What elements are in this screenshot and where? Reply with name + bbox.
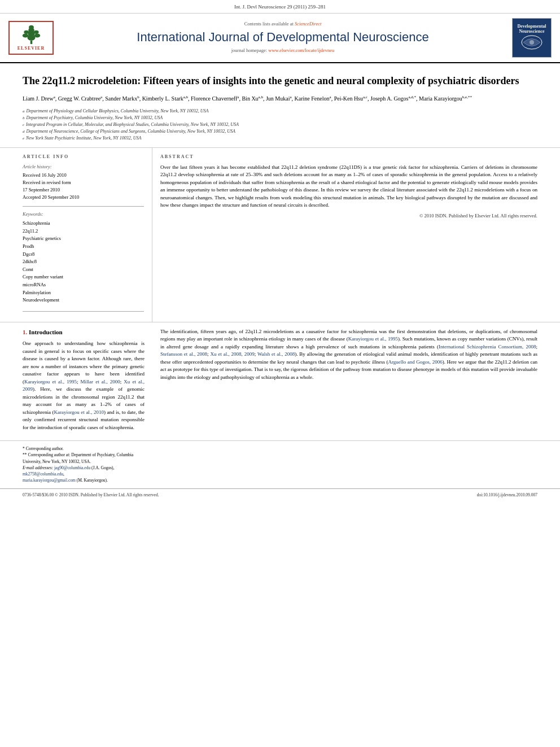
keyword-22q11: 22q11.2 [23,228,144,235]
email-mk[interactable]: mk2758@columbia.edu [23,471,63,477]
footnote-star-1: * Corresponding author. [23,445,145,452]
article-title-section: The 22q11.2 microdeletion: Fifteen years… [0,63,560,148]
footnotes-left: * Corresponding author. ** Corresponding… [0,445,152,488]
ref-stefansson-2008[interactable]: Stefansson et al., 2008 [160,351,207,357]
svg-point-7 [24,30,29,33]
svg-rect-0 [30,40,32,43]
sciencedirect-line: Contents lists available at ScienceDirec… [244,21,322,28]
devneuro-logo-text: DevelopmentalNeuroscience [517,24,546,34]
introduction-section: 1. Introduction One approach to understa… [0,322,560,440]
keywords-section: Keywords: Schizophrenia 22q11.2 Psychiat… [23,211,144,304]
svg-point-6 [34,33,40,37]
bottom-right-text: doi:10.1016/j.ijdevneu.2010.09.007 [477,492,537,499]
ref-karayiorgou-2010[interactable]: Karayiorgou et al., 2010 [54,409,104,415]
header-section: ELSEVIER Contents lists available at Sci… [0,14,560,63]
svg-point-10 [530,40,534,45]
abstract-copyright: © 2010 ISDN. Published by Elsevier Ltd. … [160,213,537,220]
journal-logo-right: DevelopmentalNeuroscience [509,18,554,58]
ref-millar-2000[interactable]: Millar et al., 2000 [81,379,120,385]
keyword-2dkhc8: 2dkhc8 [23,258,144,266]
journal-homepage: journal homepage: www.elsevier.com/locat… [231,47,335,54]
authors-line: Liam J. Drewa, Gregg W. Crabtreea, Sande… [23,94,537,103]
header-middle: Contents lists available at ScienceDirec… [62,18,504,58]
elsevier-tree-icon [19,24,44,45]
devneuro-logo-icon [520,34,543,51]
footnotes-section: * Corresponding author. ** Corresponding… [0,440,560,488]
journal-ref-text: Int. J. Devl Neuroscience 29 (2011) 259–… [234,4,326,10]
bottom-left-text: 0736-5748/$36.00 © 2010 ISDN. Published … [23,492,159,499]
intro-section-title: 1. Introduction [23,328,145,337]
bottom-bar: 0736-5748/$36.00 © 2010 ISDN. Published … [0,488,560,502]
email-gogos[interactable]: jag90@columbia.edu [54,465,90,470]
svg-point-8 [33,30,38,33]
introduction-left: 1. Introduction One approach to understa… [0,328,152,440]
elsevier-brand-text: ELSEVIER [18,45,45,51]
footnote-star-2: ** Corresponding author at: Department o… [23,452,145,465]
keyword-dgcr8: Dgcr8 [23,251,144,259]
main-content-columns: ARTICLE INFO Article history: Received 1… [0,148,560,322]
article-title: The 22q11.2 microdeletion: Fifteen years… [23,75,537,88]
keyword-neurodevelopment: Neurodevelopment [23,296,144,304]
sciencedirect-link[interactable]: ScienceDirect [295,21,321,27]
abstract-label: ABSTRACT [160,154,537,160]
ref-walsh-2008[interactable]: Walsh et al., 2008 [257,351,295,357]
ref-isc-2008[interactable]: International Schizophrenia Consortium, … [439,344,536,350]
ref-karayiorgou-1995-2[interactable]: Karayiorgou et al., 1995 [348,336,398,342]
keyword-cnv: Copy number variant [23,273,144,281]
keyword-psychiatric-genetics: Psychiatric genetics [23,235,144,243]
elsevier-logo: ELSEVIER [6,18,56,58]
devneuro-logo-box: DevelopmentalNeuroscience [512,18,552,58]
keyword-comt: Comt [23,266,144,274]
accepted-date: Accepted 20 September 2010 [23,194,144,201]
email-maria[interactable]: maria.karayiorgou@gmail.com [23,478,76,483]
history-label: Article history: [23,164,144,171]
keyword-schizophrenia: Schizophrenia [23,220,144,228]
page-container: Int. J. Devl Neuroscience 29 (2011) 259–… [0,0,560,501]
article-history-block: Article history: Received 16 July 2010 R… [23,164,144,201]
intro-right-paragraph: The identification, fifteen years ago, o… [160,328,537,382]
section-number: 1. [23,329,27,335]
ref-karayiorgou-1995[interactable]: Karayiorgou et al., 1995 [24,379,77,385]
keyword-palmitoylation: Palmitoylation [23,289,144,297]
introduction-right: The identification, fifteen years ago, o… [152,328,560,440]
revised-date: Received in revised form17 September 201… [23,179,144,194]
keywords-label: Keywords: [23,211,144,218]
article-info-column: ARTICLE INFO Article history: Received 1… [0,148,152,322]
intro-left-paragraph: One approach to understanding how schizo… [23,340,145,431]
ref-xu-2008-2009[interactable]: Xu et al., 2008, 2009 [210,351,254,357]
keyword-micrornas: microRNAs [23,281,144,289]
article-info-label: ARTICLE INFO [23,154,144,160]
received-date: Received 16 July 2010 [23,172,144,179]
footnote-email: E-mail addresses: jag90@columbia.edu (J.… [23,465,145,484]
journal-homepage-link[interactable]: www.elsevier.com/locate/ijdevneu [268,47,334,53]
journal-ref-bar: Int. J. Devl Neuroscience 29 (2011) 259–… [0,0,560,14]
journal-title: International Journal of Developmental N… [137,30,428,45]
keyword-prodh: Prodh [23,243,144,251]
svg-point-4 [29,25,34,29]
ref-arguello-gogos-2006[interactable]: Arguello and Gogos, 2006 [388,359,442,365]
abstract-text: Over the last fifteen years it has becom… [160,164,537,209]
footnotes-right [152,445,560,488]
abstract-column: ABSTRACT Over the last fifteen years it … [152,148,560,322]
affiliations-block: aDepartment of Physiology and Cellular B… [23,108,537,142]
svg-point-5 [22,33,28,37]
